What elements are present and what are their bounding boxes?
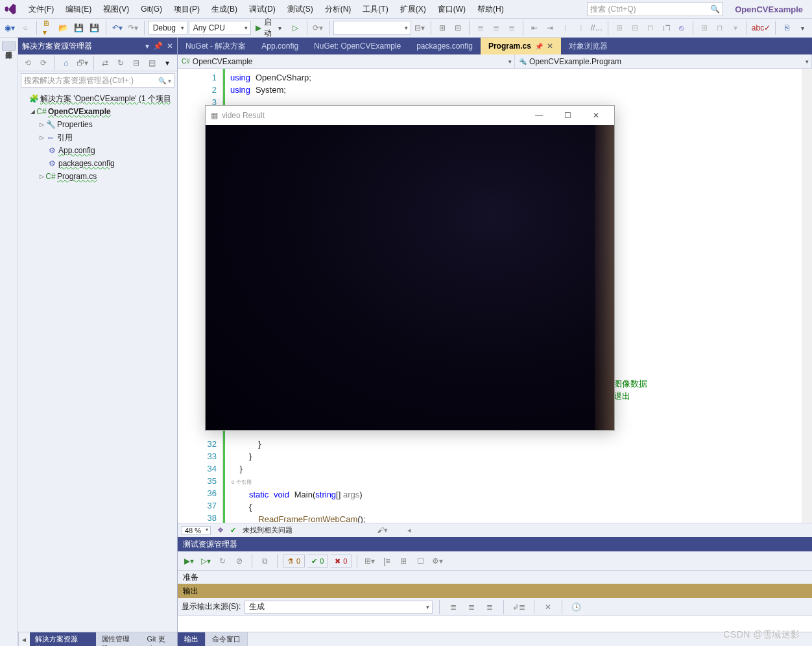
tb-icon[interactable]: ⊟ (628, 20, 642, 36)
nav-left-icon[interactable]: ◂ (407, 526, 411, 534)
tb-icon[interactable]: ⊞ (435, 20, 449, 36)
clock-icon[interactable]: 🕓 (569, 599, 583, 615)
context-class-dropdown[interactable]: 🔩 OpenCVExample.Program (515, 54, 812, 68)
maximize-button[interactable]: ☐ (555, 106, 580, 125)
close-icon[interactable]: ✕ (167, 42, 173, 51)
tb-icon[interactable]: ⎘ (780, 20, 794, 36)
context-project-dropdown[interactable]: C# OpenCVExample (178, 54, 515, 68)
tab-output[interactable]: 输出 (178, 632, 206, 646)
tb-icon[interactable]: ⊞▾ (363, 553, 377, 569)
tb-icon[interactable]: ⊞ (612, 20, 627, 36)
pin-icon[interactable]: 📌 (535, 43, 543, 50)
video-result-window[interactable]: ▦ video Result ― ☐ ✕ (205, 105, 615, 431)
appconfig-node[interactable]: ⚙ App.config (19, 144, 176, 157)
open-button[interactable]: 📂 (56, 20, 71, 36)
tab-appconfig[interactable]: App.config (254, 38, 306, 54)
tab-command-window[interactable]: 命令窗口 (206, 632, 248, 646)
run-button[interactable]: ▷▾ (198, 553, 213, 569)
test-ok-badge[interactable]: ✔0 (307, 555, 328, 568)
minimize-button[interactable]: ― (526, 106, 552, 125)
tab-packages-config[interactable]: packages.config (409, 38, 481, 54)
save-button[interactable]: 💾 (72, 20, 86, 36)
tab-object-browser[interactable]: 对象浏览器 (561, 38, 615, 54)
tb-icon[interactable]: ⊟▾ (412, 20, 427, 36)
outdent-button[interactable]: ⇤ (527, 20, 542, 36)
output-body[interactable] (178, 616, 812, 632)
menu-help[interactable]: 帮助(H) (472, 1, 509, 18)
forward-button[interactable]: ○ (18, 20, 32, 36)
tb-icon[interactable]: ⊓ (713, 20, 727, 36)
close-icon[interactable]: ✕ (547, 42, 553, 51)
tab-solution-explorer[interactable]: 解决方案资源管… (30, 632, 97, 646)
video-titlebar[interactable]: ▦ video Result ― ☐ ✕ (206, 106, 614, 125)
scroll-left-icon[interactable]: ◂ (18, 632, 30, 646)
menu-view[interactable]: 视图(V) (98, 1, 134, 18)
tb-icon[interactable]: ↕ℸ (659, 20, 673, 36)
undo-button[interactable]: ↶▾ (110, 20, 125, 36)
menu-edit[interactable]: 编辑(E) (60, 1, 97, 18)
tb-icon[interactable]: ≣ (483, 599, 497, 615)
close-button[interactable]: ✕ (583, 106, 609, 125)
tab-program-cs[interactable]: Program.cs 📌 ✕ (481, 38, 561, 54)
forward-icon[interactable]: ⟳ (36, 55, 51, 71)
bookmark-button[interactable]: ⎋ (675, 20, 689, 36)
home-icon[interactable]: ⌂ (59, 55, 73, 71)
menu-window[interactable]: 窗口(W) (433, 1, 471, 18)
repeat-button[interactable]: ↻ (215, 553, 230, 569)
output-source-dropdown[interactable]: 生成 (245, 601, 433, 614)
properties-node[interactable]: ▷ 🔧 Properties (19, 118, 176, 131)
references-node[interactable]: ▷ ▫▫ 引用 (19, 131, 176, 144)
tab-nuget-project[interactable]: NuGet: OpenCVExample (306, 38, 409, 54)
tb-icon[interactable]: ≣ (489, 20, 503, 36)
clear-button[interactable]: ✕ (541, 599, 555, 615)
back-button[interactable]: ◉▾ (3, 20, 17, 36)
zoom-dropdown[interactable]: 48 % (182, 526, 211, 535)
tb-icon[interactable]: ☐ (413, 553, 427, 569)
tb-icon[interactable]: ⫶ (574, 20, 588, 36)
start-nodebug-button[interactable]: ▷ (289, 20, 303, 36)
pin-icon[interactable]: 📌 (153, 42, 163, 51)
stop-button[interactable]: ⊘ (232, 553, 246, 569)
expand-icon[interactable]: ▷ (38, 173, 45, 180)
tb-icon[interactable]: ⊓ (643, 20, 658, 36)
config-dropdown[interactable]: Debug (149, 21, 187, 35)
collapse-all-icon[interactable]: ⊟ (129, 55, 143, 71)
show-all-icon[interactable]: ▤ (145, 55, 159, 71)
target-dropdown[interactable] (333, 21, 411, 35)
tab-property-manager[interactable]: 属性管理器 (96, 632, 141, 646)
menu-analyze[interactable]: 分析(N) (320, 1, 357, 18)
run-all-button[interactable]: ▶▾ (182, 553, 196, 569)
comment-button[interactable]: //… (590, 20, 604, 36)
test-err-badge[interactable]: ✖0 (331, 555, 352, 568)
expand-icon[interactable]: ▷ (38, 134, 45, 141)
tb-icon[interactable]: ≣ (473, 20, 488, 36)
save-all-button[interactable]: 💾 (88, 20, 102, 36)
playlist-button[interactable]: ⧉ (257, 553, 272, 569)
refresh-icon[interactable]: ↻ (113, 55, 128, 71)
hot-reload-button[interactable]: ⟳▾ (311, 20, 325, 36)
new-project-button[interactable]: 🗎▾ (41, 20, 55, 36)
menu-extensions[interactable]: 扩展(X) (395, 1, 431, 18)
menu-tools[interactable]: 工具(T) (357, 1, 393, 18)
quick-search-input[interactable]: 搜索 (Ctrl+Q) 🔍 (587, 2, 723, 16)
tb-icon[interactable]: ⊞ (396, 553, 411, 569)
program-cs-node[interactable]: ▷ C# Program.cs (19, 170, 176, 183)
redo-button[interactable]: ↷▾ (126, 20, 140, 36)
tab-git-changes[interactable]: Git 更改 (142, 632, 178, 646)
dropdown-icon[interactable]: ▾ (145, 42, 149, 51)
packages-config-node[interactable]: ⚙ packages.config (19, 157, 176, 170)
menu-project[interactable]: 项目(P) (169, 1, 205, 18)
menu-build[interactable]: 生成(B) (206, 1, 243, 18)
tb-icon[interactable]: ≣ (446, 599, 460, 615)
tb-icon[interactable]: ⫶ (558, 20, 573, 36)
back-icon[interactable]: ⟲ (21, 55, 35, 71)
intellicode-icon[interactable]: ❖ (217, 526, 224, 534)
tb-icon[interactable]: ▾ (728, 20, 743, 36)
toolbar-overflow-icon[interactable]: ▾ (795, 20, 809, 36)
tab-nuget-solution[interactable]: NuGet - 解决方案 (178, 38, 254, 54)
server-explorer-tab[interactable]: 服务器资源 (2, 42, 16, 51)
scrollbar[interactable] (802, 69, 812, 523)
project-node[interactable]: ◢ C# OpenCVExample (19, 105, 176, 118)
brush-icon[interactable]: 🖌▾ (377, 526, 388, 534)
word-wrap-button[interactable]: ↲≣ (510, 599, 527, 615)
